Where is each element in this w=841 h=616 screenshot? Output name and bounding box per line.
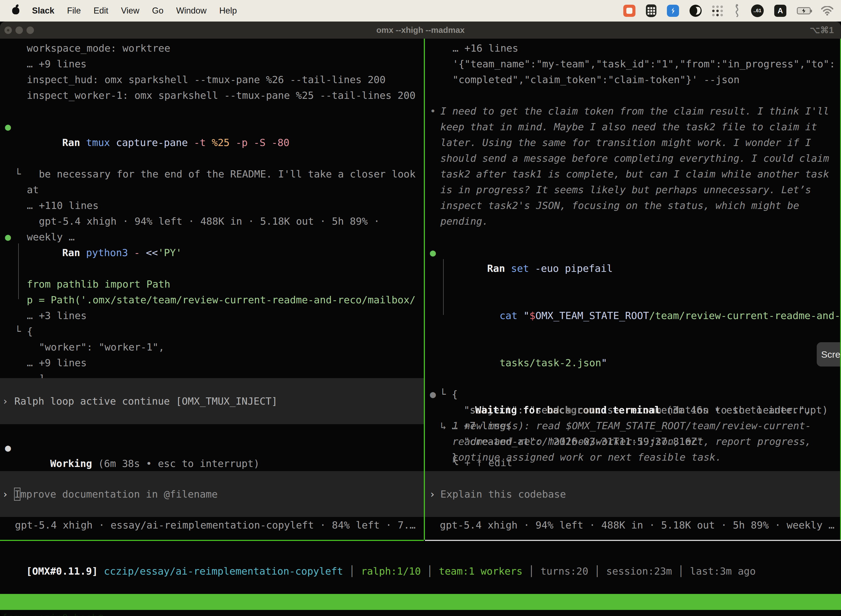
- pane-bottom-border-right: [425, 540, 841, 541]
- input-source-icon[interactable]: A: [774, 5, 786, 17]
- prompt-input-left[interactable]: › Improve documentation in @filename: [0, 471, 424, 517]
- app-menu-slack[interactable]: Slack: [32, 6, 54, 16]
- terminal-window: omx --xhigh --madmax ⌥⌘1 workspace_mode:…: [0, 22, 841, 616]
- python-code-line: from pathlib import Path: [0, 276, 424, 292]
- shield-grid-icon[interactable]: [646, 4, 656, 17]
- prompt-input-right[interactable]: › Explain this codebase: [425, 471, 841, 517]
- inject-banner-text: Ralph loop active continue [OMX_TMUX_INJ…: [0, 393, 424, 409]
- prompt-placeholder: Improve documentation in @filename: [0, 486, 424, 502]
- window-title-bar: omx --xhigh --madmax ⌥⌘1: [0, 22, 841, 39]
- right-session-status: gpt-5.4 xhigh · 94% left · 488K in · 5.1…: [425, 517, 841, 533]
- working-bullet-icon: ●: [5, 440, 11, 456]
- ran-python-command: ●Ran python3 - <<'PY': [0, 229, 424, 276]
- blue-badge-icon[interactable]: [667, 5, 679, 17]
- omx-ralph-counter: ralph:1/10: [361, 566, 421, 577]
- apple-menu-icon[interactable]: [12, 7, 19, 14]
- pane-divider[interactable]: [424, 39, 425, 540]
- left-log-head: workspace_mode: worktree … +9 lines insp…: [0, 40, 424, 103]
- screen-tooltip: Scre: [817, 342, 841, 367]
- dark-crescent-icon[interactable]: [690, 5, 702, 17]
- cat-command-line2: tasks/task-2.json": [425, 339, 841, 386]
- thinking-bullet-icon: •: [430, 103, 436, 119]
- omx-session-stats: │ turns:20 │ session:23m │ last:3m ago: [523, 566, 756, 577]
- dots-grid-icon[interactable]: [712, 6, 723, 16]
- window-shortcut-hint: ⌥⌘1: [810, 22, 834, 39]
- pane-bottom-border-left: [0, 540, 424, 541]
- omx-team-workers: team:1 workers: [439, 566, 522, 577]
- waiting-bullet-icon: ●: [430, 386, 436, 402]
- zigzag-glyph: [670, 7, 677, 14]
- text-cursor: [14, 488, 21, 501]
- cat-command-line: cat "$OMX_TEAM_STATE_ROOT/team/review-cu…: [425, 292, 841, 339]
- counter-badge-icon[interactable]: ..61: [751, 4, 764, 17]
- omx-status-line: [OMX#0.11.9] cczip/essay/ai-reimplementa…: [2, 547, 756, 563]
- run-bullet-icon: ●: [5, 229, 11, 245]
- run-bullet-icon: ●: [430, 245, 436, 261]
- chat-bubble-icon[interactable]: [623, 5, 636, 17]
- thinking-text: I need to get the claim token from the c…: [425, 103, 841, 229]
- ran-tmux-block: ●Ran tmux capture-pane -t %25 -p -S -80 …: [0, 119, 424, 245]
- battery-icon[interactable]: [797, 7, 811, 14]
- right-log-head: … +16 lines '{"team_name":"my-team","tas…: [425, 40, 841, 88]
- tmux-status-bar: [omx-cczip0:bash* "MacBook-Pro-44.local"…: [0, 594, 841, 610]
- run-bullet-icon: ●: [5, 119, 11, 135]
- tmux-session-label[interactable]: [omx-cczip0:bash*: [2, 610, 104, 616]
- prompt-placeholder: Explain this codebase: [425, 486, 841, 502]
- menu-item-go[interactable]: Go: [152, 6, 163, 16]
- menu-item-window[interactable]: Window: [176, 6, 207, 16]
- menu-item-file[interactable]: File: [67, 6, 81, 16]
- tmux-pane-left[interactable]: workspace_mode: worktree … +9 lines insp…: [0, 39, 424, 540]
- tmux-pane-right[interactable]: … +16 lines '{"team_name":"my-team","tas…: [425, 39, 841, 540]
- menu-item-edit[interactable]: Edit: [94, 6, 108, 16]
- omx-repo: cczip/essay/ai-reimplementation-copyleft: [98, 566, 343, 577]
- python-code-line: p = Path('.omx/state/team/review-current…: [0, 292, 424, 308]
- left-session-status: gpt-5.4 xhigh · essay/ai-reimplementatio…: [0, 517, 424, 533]
- ran-set-command: ●Ran set -euo pipefail: [425, 245, 841, 292]
- thinking-block: • I need to get the claim token from the…: [425, 103, 841, 229]
- menu-item-view[interactable]: View: [121, 6, 139, 16]
- window-title: omx --xhigh --madmax: [0, 22, 841, 39]
- edit-shortcut-hint: ⌥ + ↑ edit: [425, 455, 841, 471]
- menu-item-help[interactable]: Help: [219, 6, 237, 16]
- inject-banner[interactable]: › Ralph loop active continue [OMX_TMUX_I…: [0, 378, 424, 424]
- omx-version: [OMX#0.11.9]: [26, 566, 98, 577]
- wifi-icon[interactable]: [821, 6, 833, 15]
- ran-tmux-command: ●Ran tmux capture-pane -t %25 -p -S -80: [0, 119, 424, 166]
- squiggle-icon[interactable]: [733, 4, 741, 18]
- charging-bolt-icon: [802, 8, 806, 13]
- ran-python-block: ●Ran python3 - <<'PY' from pathlib impor…: [0, 229, 424, 402]
- menu-bar: Slack File Edit View Go Window Help ..61…: [0, 0, 841, 22]
